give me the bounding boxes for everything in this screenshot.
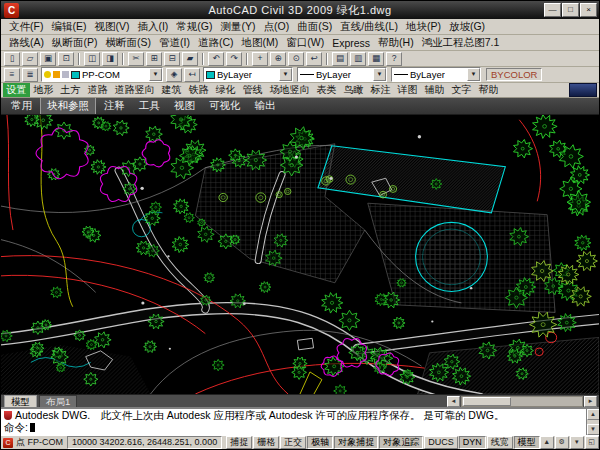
status-menu-icon[interactable]: ▾ [570, 436, 584, 449]
app-icon[interactable]: C [4, 3, 19, 18]
hy-menu-item[interactable]: 标注 [367, 83, 394, 97]
menu-item[interactable]: 纵断面(P) [48, 36, 102, 50]
hy-menu-item[interactable]: 场地竖向 [266, 83, 313, 97]
command-line-panel[interactable]: Autodesk DWG. 此文件上次由 Autodesk 应用程序或 Auto… [1, 407, 599, 435]
drawing-canvas[interactable] [1, 115, 599, 394]
status-toggle[interactable]: 正交 [280, 436, 306, 449]
status-toggle[interactable]: 极轴 [307, 436, 333, 449]
menu-item[interactable]: 视图(V) [90, 20, 133, 34]
menu-item[interactable]: 放坡(G) [445, 20, 489, 34]
redo-icon[interactable]: ↷ [226, 52, 242, 66]
layer-combo[interactable]: PP-COM ▼ [41, 67, 163, 82]
hy-menu-item[interactable]: 建筑 [158, 83, 185, 97]
status-toggle[interactable]: 对象追踪 [379, 436, 423, 449]
menu-item[interactable]: 编辑(E) [47, 20, 90, 34]
scrollbar-track[interactable] [461, 396, 583, 407]
cut-icon[interactable]: ✂ [128, 52, 144, 66]
linetype-combo-arrow-icon[interactable]: ▼ [373, 68, 386, 81]
hy-menu-item[interactable]: 表类 [313, 83, 340, 97]
ribbon-tab[interactable]: 常用 [5, 98, 38, 114]
ribbon-tab[interactable]: 块和参照 [40, 98, 96, 115]
annotation-visibility-icon[interactable]: ⚙ [555, 436, 569, 449]
minimize-button[interactable]: — [544, 3, 561, 17]
menu-item[interactable]: 道路(C) [194, 36, 238, 50]
menu-item[interactable]: 点(O) [260, 20, 294, 34]
hy-menu-item[interactable]: 道路竖向 [111, 83, 158, 97]
status-toggle[interactable]: 捕捉 [226, 436, 252, 449]
publish-icon[interactable]: ◨ [102, 52, 118, 66]
open-icon[interactable]: ▱ [22, 52, 38, 66]
close-button[interactable]: × [580, 3, 597, 17]
color-combo[interactable]: ByLayer ▼ [203, 67, 293, 82]
coordinates-display[interactable]: 10000 34202.616, 26448.251, 0.000 [67, 436, 222, 449]
match-properties-icon[interactable]: ▰ [182, 52, 198, 66]
menu-item[interactable]: 文件(F) [5, 20, 47, 34]
status-toggle[interactable]: DUCS [424, 436, 458, 449]
maximize-button[interactable]: □ [562, 3, 579, 17]
tool-palettes-icon[interactable]: ▦ [368, 52, 384, 66]
hy-menu-item[interactable]: 详图 [394, 83, 421, 97]
lineweight-combo-arrow-icon[interactable]: ▼ [467, 68, 480, 81]
hy-menu-item[interactable]: 文字 [448, 83, 475, 97]
ribbon-tab[interactable]: 工具 [133, 98, 166, 114]
menu-item[interactable]: 管道(I) [155, 36, 194, 50]
menu-item[interactable]: 鸿业工程总图7.1 [418, 36, 504, 50]
ribbon-tab[interactable]: 可视化 [203, 98, 247, 114]
clean-screen-icon[interactable]: ◱ [585, 436, 599, 449]
new-file-icon[interactable]: ▯ [4, 52, 20, 66]
titlebar[interactable]: C AutoCAD Civil 3D 2009 绿化1.dwg — □ × [1, 1, 599, 19]
zoom-realtime-icon[interactable]: ⊕ [270, 52, 286, 66]
hy-menu-item[interactable]: 鸟瞰 [340, 83, 367, 97]
menu-item[interactable]: Express [328, 37, 374, 49]
scroll-left-icon[interactable]: ◄ [447, 396, 460, 407]
status-toggle[interactable]: DYN [459, 436, 486, 449]
menu-item[interactable]: 测量(Y) [217, 20, 260, 34]
pan-icon[interactable]: + [252, 52, 268, 66]
save-icon[interactable]: ▣ [40, 52, 56, 66]
layer-states-icon[interactable]: ≣ [22, 68, 38, 82]
menu-item[interactable]: 帮助(H) [374, 36, 418, 50]
paste-icon[interactable]: ⊟ [164, 52, 180, 66]
annotation-scale-icon[interactable]: ▲ [540, 436, 554, 449]
hy-menu-item[interactable]: 设置 [3, 83, 30, 97]
hy-menu-item[interactable]: 道路 [84, 83, 111, 97]
status-toggle[interactable]: 栅格 [253, 436, 279, 449]
status-toggle[interactable]: 模型 [514, 436, 540, 449]
plot-preview-icon[interactable]: ◫ [84, 52, 100, 66]
layout-tab[interactable]: 布局1 [39, 395, 77, 407]
menu-item[interactable]: 地图(M) [238, 36, 283, 50]
help-icon[interactable]: ? [386, 52, 402, 66]
hy-menu-item[interactable]: 土方 [57, 83, 84, 97]
scrollbar-thumb[interactable] [463, 397, 511, 406]
menu-item[interactable]: 常规(G) [172, 20, 216, 34]
menu-item[interactable]: 直线/曲线(L) [336, 20, 402, 34]
hy-menu-item[interactable]: 地形 [30, 83, 57, 97]
zoom-window-icon[interactable]: ⊙ [288, 52, 304, 66]
linetype-combo[interactable]: ByLayer ▼ [297, 67, 387, 82]
ribbon-tab[interactable]: 注释 [98, 98, 131, 114]
menu-item[interactable]: 窗口(W) [282, 36, 328, 50]
command-scrollbar[interactable]: ▲ ▼ [586, 409, 599, 435]
menu-item[interactable]: 曲面(S) [293, 20, 336, 34]
statusbar-logo-icon[interactable]: C [3, 438, 13, 448]
horizontal-scrollbar[interactable]: ◄ ► [447, 396, 599, 407]
make-object-layer-current-icon[interactable]: ◈ [166, 68, 182, 82]
command-prompt-line[interactable]: 命令: [1, 421, 599, 433]
design-center-icon[interactable]: ▥ [350, 52, 366, 66]
layer-combo-arrow-icon[interactable]: ▼ [149, 68, 162, 81]
lineweight-combo[interactable]: ByLayer ▼ [391, 67, 481, 82]
status-toggle[interactable]: 线宽 [487, 436, 513, 449]
layer-properties-icon[interactable]: ≡ [4, 68, 20, 82]
hy-menu-item[interactable]: 铁路 [185, 83, 212, 97]
menu-item[interactable]: 插入(I) [133, 20, 172, 34]
zoom-previous-icon[interactable]: ↩ [306, 52, 322, 66]
menu-item[interactable]: 地块(P) [402, 20, 445, 34]
hy-menu-item[interactable]: 帮助 [475, 83, 502, 97]
color-combo-arrow-icon[interactable]: ▼ [279, 68, 292, 81]
menu-item[interactable]: 路线(A) [5, 36, 48, 50]
scroll-down-icon[interactable]: ▼ [587, 424, 600, 435]
hy-menu-item[interactable]: 绿化 [212, 83, 239, 97]
ribbon-tab[interactable]: 输出 [249, 98, 282, 114]
menu-item[interactable]: 横断面(S) [102, 36, 156, 50]
ribbon-tab[interactable]: 视图 [168, 98, 201, 114]
